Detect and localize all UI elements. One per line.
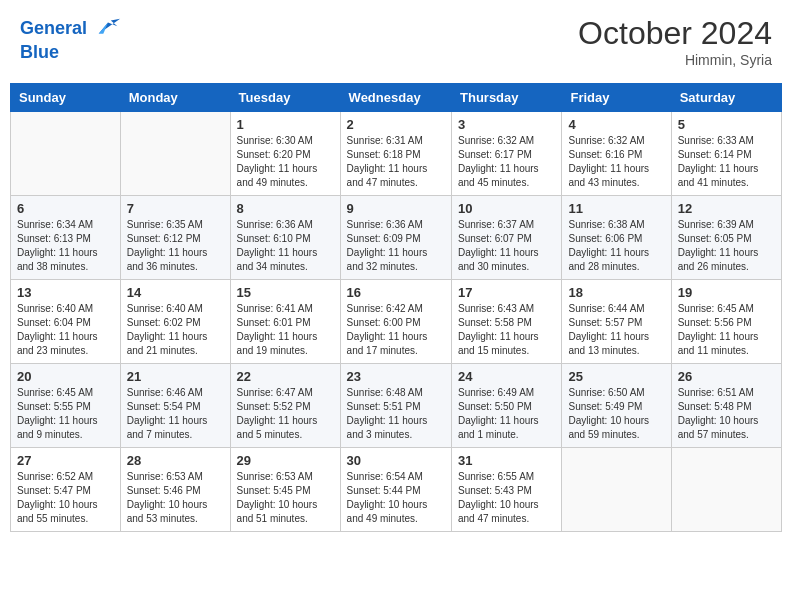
calendar-cell: 3Sunrise: 6:32 AM Sunset: 6:17 PM Daylig…	[452, 112, 562, 196]
day-info: Sunrise: 6:41 AM Sunset: 6:01 PM Dayligh…	[237, 302, 334, 358]
calendar-week-2: 6Sunrise: 6:34 AM Sunset: 6:13 PM Daylig…	[11, 196, 782, 280]
day-number: 23	[347, 369, 445, 384]
calendar-cell	[671, 448, 781, 532]
day-number: 31	[458, 453, 555, 468]
calendar-cell	[562, 448, 671, 532]
calendar-cell: 20Sunrise: 6:45 AM Sunset: 5:55 PM Dayli…	[11, 364, 121, 448]
day-info: Sunrise: 6:40 AM Sunset: 6:02 PM Dayligh…	[127, 302, 224, 358]
calendar-cell: 2Sunrise: 6:31 AM Sunset: 6:18 PM Daylig…	[340, 112, 451, 196]
day-info: Sunrise: 6:42 AM Sunset: 6:00 PM Dayligh…	[347, 302, 445, 358]
day-number: 4	[568, 117, 664, 132]
calendar-cell: 5Sunrise: 6:33 AM Sunset: 6:14 PM Daylig…	[671, 112, 781, 196]
day-info: Sunrise: 6:37 AM Sunset: 6:07 PM Dayligh…	[458, 218, 555, 274]
day-header-tuesday: Tuesday	[230, 84, 340, 112]
day-number: 3	[458, 117, 555, 132]
calendar-cell: 7Sunrise: 6:35 AM Sunset: 6:12 PM Daylig…	[120, 196, 230, 280]
calendar-week-5: 27Sunrise: 6:52 AM Sunset: 5:47 PM Dayli…	[11, 448, 782, 532]
calendar-cell: 11Sunrise: 6:38 AM Sunset: 6:06 PM Dayli…	[562, 196, 671, 280]
calendar-cell: 29Sunrise: 6:53 AM Sunset: 5:45 PM Dayli…	[230, 448, 340, 532]
calendar-cell: 31Sunrise: 6:55 AM Sunset: 5:43 PM Dayli…	[452, 448, 562, 532]
day-number: 25	[568, 369, 664, 384]
day-number: 17	[458, 285, 555, 300]
day-number: 11	[568, 201, 664, 216]
calendar-cell: 14Sunrise: 6:40 AM Sunset: 6:02 PM Dayli…	[120, 280, 230, 364]
day-info: Sunrise: 6:54 AM Sunset: 5:44 PM Dayligh…	[347, 470, 445, 526]
calendar-cell: 6Sunrise: 6:34 AM Sunset: 6:13 PM Daylig…	[11, 196, 121, 280]
day-header-sunday: Sunday	[11, 84, 121, 112]
title-block: October 2024 Himmin, Syria	[578, 15, 772, 68]
day-info: Sunrise: 6:47 AM Sunset: 5:52 PM Dayligh…	[237, 386, 334, 442]
calendar-cell: 27Sunrise: 6:52 AM Sunset: 5:47 PM Dayli…	[11, 448, 121, 532]
calendar-cell: 15Sunrise: 6:41 AM Sunset: 6:01 PM Dayli…	[230, 280, 340, 364]
day-number: 21	[127, 369, 224, 384]
calendar-cell: 26Sunrise: 6:51 AM Sunset: 5:48 PM Dayli…	[671, 364, 781, 448]
day-number: 7	[127, 201, 224, 216]
calendar-week-3: 13Sunrise: 6:40 AM Sunset: 6:04 PM Dayli…	[11, 280, 782, 364]
day-info: Sunrise: 6:53 AM Sunset: 5:46 PM Dayligh…	[127, 470, 224, 526]
calendar-cell: 12Sunrise: 6:39 AM Sunset: 6:05 PM Dayli…	[671, 196, 781, 280]
calendar-cell: 24Sunrise: 6:49 AM Sunset: 5:50 PM Dayli…	[452, 364, 562, 448]
logo-blue: Blue	[20, 43, 122, 63]
calendar-cell: 16Sunrise: 6:42 AM Sunset: 6:00 PM Dayli…	[340, 280, 451, 364]
day-number: 1	[237, 117, 334, 132]
calendar-table: SundayMondayTuesdayWednesdayThursdayFrid…	[10, 83, 782, 532]
day-info: Sunrise: 6:45 AM Sunset: 5:55 PM Dayligh…	[17, 386, 114, 442]
day-number: 2	[347, 117, 445, 132]
day-number: 14	[127, 285, 224, 300]
day-info: Sunrise: 6:38 AM Sunset: 6:06 PM Dayligh…	[568, 218, 664, 274]
day-info: Sunrise: 6:30 AM Sunset: 6:20 PM Dayligh…	[237, 134, 334, 190]
day-number: 6	[17, 201, 114, 216]
day-header-wednesday: Wednesday	[340, 84, 451, 112]
day-number: 19	[678, 285, 775, 300]
calendar-week-1: 1Sunrise: 6:30 AM Sunset: 6:20 PM Daylig…	[11, 112, 782, 196]
day-info: Sunrise: 6:36 AM Sunset: 6:09 PM Dayligh…	[347, 218, 445, 274]
calendar-cell: 18Sunrise: 6:44 AM Sunset: 5:57 PM Dayli…	[562, 280, 671, 364]
day-number: 28	[127, 453, 224, 468]
day-number: 20	[17, 369, 114, 384]
calendar-cell	[120, 112, 230, 196]
day-info: Sunrise: 6:43 AM Sunset: 5:58 PM Dayligh…	[458, 302, 555, 358]
day-header-saturday: Saturday	[671, 84, 781, 112]
calendar-cell: 22Sunrise: 6:47 AM Sunset: 5:52 PM Dayli…	[230, 364, 340, 448]
day-header-thursday: Thursday	[452, 84, 562, 112]
calendar-cell: 25Sunrise: 6:50 AM Sunset: 5:49 PM Dayli…	[562, 364, 671, 448]
day-info: Sunrise: 6:53 AM Sunset: 5:45 PM Dayligh…	[237, 470, 334, 526]
day-number: 30	[347, 453, 445, 468]
day-number: 29	[237, 453, 334, 468]
day-number: 27	[17, 453, 114, 468]
calendar-cell: 30Sunrise: 6:54 AM Sunset: 5:44 PM Dayli…	[340, 448, 451, 532]
calendar-cell: 8Sunrise: 6:36 AM Sunset: 6:10 PM Daylig…	[230, 196, 340, 280]
day-number: 18	[568, 285, 664, 300]
day-info: Sunrise: 6:44 AM Sunset: 5:57 PM Dayligh…	[568, 302, 664, 358]
calendar-cell: 21Sunrise: 6:46 AM Sunset: 5:54 PM Dayli…	[120, 364, 230, 448]
day-number: 12	[678, 201, 775, 216]
day-info: Sunrise: 6:34 AM Sunset: 6:13 PM Dayligh…	[17, 218, 114, 274]
day-info: Sunrise: 6:31 AM Sunset: 6:18 PM Dayligh…	[347, 134, 445, 190]
day-number: 5	[678, 117, 775, 132]
location: Himmin, Syria	[578, 52, 772, 68]
calendar-week-4: 20Sunrise: 6:45 AM Sunset: 5:55 PM Dayli…	[11, 364, 782, 448]
day-info: Sunrise: 6:51 AM Sunset: 5:48 PM Dayligh…	[678, 386, 775, 442]
day-number: 26	[678, 369, 775, 384]
day-info: Sunrise: 6:49 AM Sunset: 5:50 PM Dayligh…	[458, 386, 555, 442]
day-number: 13	[17, 285, 114, 300]
day-info: Sunrise: 6:45 AM Sunset: 5:56 PM Dayligh…	[678, 302, 775, 358]
day-number: 24	[458, 369, 555, 384]
day-header-friday: Friday	[562, 84, 671, 112]
day-info: Sunrise: 6:39 AM Sunset: 6:05 PM Dayligh…	[678, 218, 775, 274]
day-info: Sunrise: 6:48 AM Sunset: 5:51 PM Dayligh…	[347, 386, 445, 442]
calendar-header-row: SundayMondayTuesdayWednesdayThursdayFrid…	[11, 84, 782, 112]
calendar-cell: 9Sunrise: 6:36 AM Sunset: 6:09 PM Daylig…	[340, 196, 451, 280]
page-header: General Blue October 2024 Himmin, Syria	[10, 10, 782, 73]
calendar-cell: 10Sunrise: 6:37 AM Sunset: 6:07 PM Dayli…	[452, 196, 562, 280]
calendar-cell: 19Sunrise: 6:45 AM Sunset: 5:56 PM Dayli…	[671, 280, 781, 364]
day-number: 8	[237, 201, 334, 216]
day-info: Sunrise: 6:36 AM Sunset: 6:10 PM Dayligh…	[237, 218, 334, 274]
calendar-cell: 17Sunrise: 6:43 AM Sunset: 5:58 PM Dayli…	[452, 280, 562, 364]
day-info: Sunrise: 6:55 AM Sunset: 5:43 PM Dayligh…	[458, 470, 555, 526]
calendar-cell: 13Sunrise: 6:40 AM Sunset: 6:04 PM Dayli…	[11, 280, 121, 364]
logo-bird-icon	[94, 15, 122, 43]
day-info: Sunrise: 6:40 AM Sunset: 6:04 PM Dayligh…	[17, 302, 114, 358]
calendar-cell: 28Sunrise: 6:53 AM Sunset: 5:46 PM Dayli…	[120, 448, 230, 532]
day-number: 22	[237, 369, 334, 384]
